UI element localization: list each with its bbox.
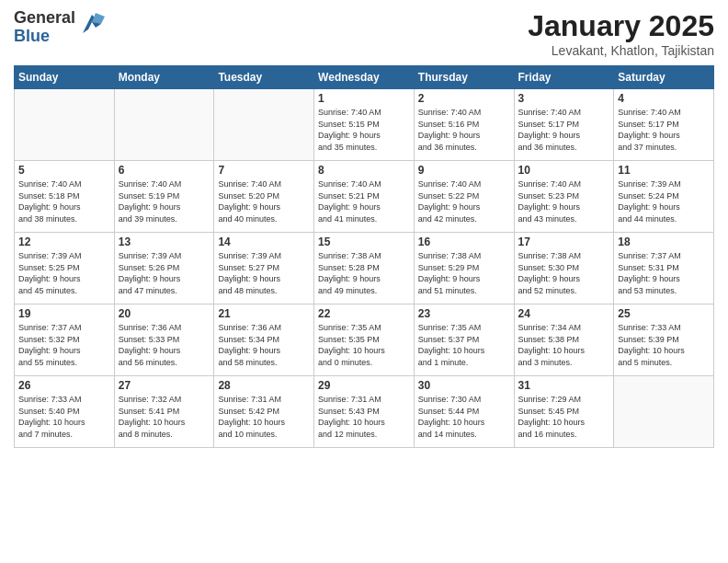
calendar-cell: 30Sunrise: 7:30 AM Sunset: 5:44 PM Dayli… [414, 376, 514, 448]
day-number: 30 [418, 379, 510, 392]
day-number: 18 [618, 236, 710, 248]
day-number: 26 [18, 379, 110, 392]
calendar-cell: 28Sunrise: 7:31 AM Sunset: 5:42 PM Dayli… [214, 376, 314, 448]
calendar-cell: 12Sunrise: 7:39 AM Sunset: 5:25 PM Dayli… [15, 233, 115, 304]
day-info: Sunrise: 7:36 AM Sunset: 5:34 PM Dayligh… [218, 322, 310, 368]
calendar-cell: 8Sunrise: 7:40 AM Sunset: 5:21 PM Daylig… [314, 161, 415, 233]
day-info: Sunrise: 7:39 AM Sunset: 5:26 PM Dayligh… [119, 250, 210, 296]
logo: General Blue [14, 9, 105, 46]
title-section: January 2025 Levakant, Khatlon, Tajikist… [528, 9, 714, 58]
day-number: 1 [318, 92, 410, 105]
day-info: Sunrise: 7:37 AM Sunset: 5:32 PM Dayligh… [18, 322, 110, 368]
day-number: 8 [318, 164, 410, 177]
day-number: 16 [418, 236, 510, 248]
day-info: Sunrise: 7:33 AM Sunset: 5:39 PM Dayligh… [618, 322, 710, 368]
day-number: 9 [418, 164, 510, 177]
calendar-cell: 15Sunrise: 7:38 AM Sunset: 5:28 PM Dayli… [314, 233, 415, 304]
day-number: 27 [119, 379, 210, 392]
day-number: 13 [119, 236, 210, 248]
weekday-header-monday: Monday [114, 66, 214, 89]
day-info: Sunrise: 7:40 AM Sunset: 5:22 PM Dayligh… [418, 178, 510, 224]
calendar-cell: 11Sunrise: 7:39 AM Sunset: 5:24 PM Dayli… [614, 161, 714, 233]
day-number: 28 [218, 379, 310, 392]
day-number: 10 [518, 164, 610, 177]
calendar-cell [214, 89, 314, 161]
calendar-cell: 29Sunrise: 7:31 AM Sunset: 5:43 PM Dayli… [314, 376, 415, 448]
calendar-cell: 27Sunrise: 7:32 AM Sunset: 5:41 PM Dayli… [114, 376, 214, 448]
calendar-cell: 22Sunrise: 7:35 AM Sunset: 5:35 PM Dayli… [314, 304, 415, 376]
weekday-header-saturday: Saturday [614, 66, 714, 89]
day-number: 20 [119, 307, 210, 320]
calendar-cell: 3Sunrise: 7:40 AM Sunset: 5:17 PM Daylig… [514, 89, 614, 161]
month-title: January 2025 [528, 9, 714, 43]
day-info: Sunrise: 7:37 AM Sunset: 5:31 PM Dayligh… [618, 250, 710, 296]
calendar-cell: 5Sunrise: 7:40 AM Sunset: 5:18 PM Daylig… [15, 161, 115, 233]
day-info: Sunrise: 7:40 AM Sunset: 5:19 PM Dayligh… [119, 178, 210, 224]
location: Levakant, Khatlon, Tajikistan [528, 43, 714, 58]
calendar-cell: 1Sunrise: 7:40 AM Sunset: 5:15 PM Daylig… [314, 89, 415, 161]
day-info: Sunrise: 7:38 AM Sunset: 5:30 PM Dayligh… [518, 250, 610, 296]
weekday-header-tuesday: Tuesday [214, 66, 314, 89]
calendar-cell: 2Sunrise: 7:40 AM Sunset: 5:16 PM Daylig… [414, 89, 514, 161]
day-number: 23 [418, 307, 510, 320]
weekday-header-sunday: Sunday [15, 66, 115, 89]
calendar-cell [15, 89, 115, 161]
day-number: 6 [119, 164, 210, 177]
day-number: 19 [18, 307, 110, 320]
calendar-cell: 19Sunrise: 7:37 AM Sunset: 5:32 PM Dayli… [15, 304, 115, 376]
svg-marker-1 [92, 13, 105, 24]
calendar-cell: 31Sunrise: 7:29 AM Sunset: 5:45 PM Dayli… [514, 376, 614, 448]
day-info: Sunrise: 7:32 AM Sunset: 5:41 PM Dayligh… [119, 394, 210, 440]
logo-blue: Blue [14, 28, 75, 46]
calendar-cell [114, 89, 214, 161]
day-info: Sunrise: 7:39 AM Sunset: 5:25 PM Dayligh… [18, 250, 110, 296]
day-number: 22 [318, 307, 410, 320]
day-info: Sunrise: 7:40 AM Sunset: 5:18 PM Dayligh… [18, 178, 110, 224]
logo-icon [79, 11, 105, 40]
weekday-header-wednesday: Wednesday [314, 66, 415, 89]
day-number: 31 [518, 379, 610, 392]
page-container: General Blue January 2025 Levakant, Khat… [0, 0, 728, 563]
calendar-cell: 9Sunrise: 7:40 AM Sunset: 5:22 PM Daylig… [414, 161, 514, 233]
day-number: 24 [518, 307, 610, 320]
day-info: Sunrise: 7:35 AM Sunset: 5:35 PM Dayligh… [318, 322, 410, 368]
calendar-cell: 13Sunrise: 7:39 AM Sunset: 5:26 PM Dayli… [114, 233, 214, 304]
day-info: Sunrise: 7:38 AM Sunset: 5:28 PM Dayligh… [318, 250, 410, 296]
calendar-cell: 16Sunrise: 7:38 AM Sunset: 5:29 PM Dayli… [414, 233, 514, 304]
calendar-week-2: 5Sunrise: 7:40 AM Sunset: 5:18 PM Daylig… [15, 161, 714, 233]
calendar-cell: 20Sunrise: 7:36 AM Sunset: 5:33 PM Dayli… [114, 304, 214, 376]
day-info: Sunrise: 7:35 AM Sunset: 5:37 PM Dayligh… [418, 322, 510, 368]
calendar-cell: 6Sunrise: 7:40 AM Sunset: 5:19 PM Daylig… [114, 161, 214, 233]
day-number: 2 [418, 92, 510, 105]
day-number: 25 [618, 307, 710, 320]
calendar-cell: 26Sunrise: 7:33 AM Sunset: 5:40 PM Dayli… [15, 376, 115, 448]
day-info: Sunrise: 7:33 AM Sunset: 5:40 PM Dayligh… [18, 394, 110, 440]
day-number: 29 [318, 379, 410, 392]
day-number: 7 [218, 164, 310, 177]
day-number: 11 [618, 164, 710, 177]
day-info: Sunrise: 7:36 AM Sunset: 5:33 PM Dayligh… [119, 322, 210, 368]
day-number: 15 [318, 236, 410, 248]
day-info: Sunrise: 7:39 AM Sunset: 5:24 PM Dayligh… [618, 178, 710, 224]
calendar-cell: 23Sunrise: 7:35 AM Sunset: 5:37 PM Dayli… [414, 304, 514, 376]
day-info: Sunrise: 7:34 AM Sunset: 5:38 PM Dayligh… [518, 322, 610, 368]
day-number: 5 [18, 164, 110, 177]
weekday-header-row: SundayMondayTuesdayWednesdayThursdayFrid… [15, 66, 714, 89]
day-number: 3 [518, 92, 610, 105]
day-info: Sunrise: 7:40 AM Sunset: 5:16 PM Dayligh… [418, 107, 510, 153]
day-info: Sunrise: 7:29 AM Sunset: 5:45 PM Dayligh… [518, 394, 610, 440]
calendar-cell: 18Sunrise: 7:37 AM Sunset: 5:31 PM Dayli… [614, 233, 714, 304]
day-info: Sunrise: 7:31 AM Sunset: 5:42 PM Dayligh… [218, 394, 310, 440]
header: General Blue January 2025 Levakant, Khat… [14, 9, 714, 58]
day-info: Sunrise: 7:40 AM Sunset: 5:17 PM Dayligh… [618, 107, 710, 153]
calendar-week-1: 1Sunrise: 7:40 AM Sunset: 5:15 PM Daylig… [15, 89, 714, 161]
calendar-cell: 24Sunrise: 7:34 AM Sunset: 5:38 PM Dayli… [514, 304, 614, 376]
calendar-cell: 17Sunrise: 7:38 AM Sunset: 5:30 PM Dayli… [514, 233, 614, 304]
calendar-week-4: 19Sunrise: 7:37 AM Sunset: 5:32 PM Dayli… [15, 304, 714, 376]
calendar-table: SundayMondayTuesdayWednesdayThursdayFrid… [14, 65, 714, 448]
calendar-cell: 4Sunrise: 7:40 AM Sunset: 5:17 PM Daylig… [614, 89, 714, 161]
logo-general: General [14, 9, 75, 28]
calendar-week-5: 26Sunrise: 7:33 AM Sunset: 5:40 PM Dayli… [15, 376, 714, 448]
day-info: Sunrise: 7:30 AM Sunset: 5:44 PM Dayligh… [418, 394, 510, 440]
day-number: 4 [618, 92, 710, 105]
